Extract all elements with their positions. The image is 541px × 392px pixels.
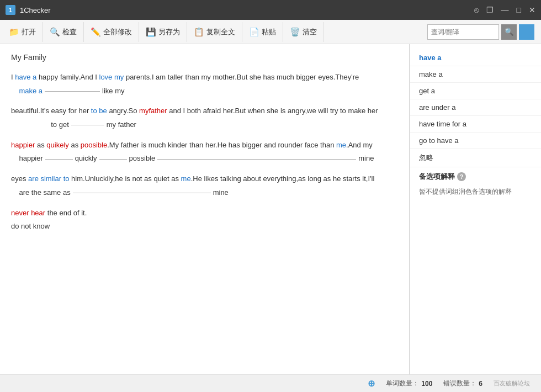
titlebar: 1 1Checker ⎋ ❐ — □ ✕ — [0, 0, 541, 20]
alt-explain-content: 暂不提供词组润色备选项的解释 — [410, 184, 541, 200]
copy-icon: 📋 — [194, 27, 204, 37]
watermark: 百友破解论坛 — [494, 379, 530, 388]
restore-icon[interactable]: ❐ — [486, 6, 494, 14]
suggestion-have-a[interactable]: have a — [410, 50, 541, 66]
search-input[interactable] — [427, 24, 499, 40]
word-love: love my — [99, 73, 124, 81]
paragraph-1: I have a happy family.And I love my pare… — [11, 71, 398, 98]
fix-all-label: 全部修改 — [103, 27, 132, 37]
clear-button[interactable]: 🗑️ 清空 — [283, 22, 324, 42]
toolbar: 📁 打开 🔍 检查 ✏️ 全部修改 💾 另存为 📋 复制全文 📄 粘贴 🗑️ 清… — [0, 20, 541, 44]
document-title: My Family — [11, 53, 398, 62]
app-icon: 1 — [6, 5, 15, 15]
close-icon[interactable]: ✕ — [529, 6, 535, 14]
fix-all-button[interactable]: ✏️ 全部修改 — [84, 22, 139, 42]
save-icon: 💾 — [146, 27, 156, 37]
share-icon[interactable]: ⎋ — [474, 6, 479, 14]
paste-icon: 📄 — [249, 27, 259, 37]
save-as-label: 另存为 — [158, 27, 180, 37]
word-poosible: poosible — [81, 141, 107, 149]
copy-all-label: 复制全文 — [206, 27, 235, 37]
word-me2: me — [181, 174, 191, 183]
window-controls: ⎋ ❐ — □ ✕ — [474, 6, 535, 14]
paste-label: 粘贴 — [262, 27, 276, 37]
trash-icon: 🗑️ — [290, 27, 300, 37]
title-left: 1 1Checker — [6, 5, 51, 15]
maximize-icon[interactable]: □ — [517, 6, 521, 14]
copy-all-button[interactable]: 📋 复制全文 — [187, 22, 242, 42]
word-count-item: 单词数量： 100 — [386, 379, 432, 388]
editor[interactable]: My Family I have a happy family.And I lo… — [0, 44, 410, 374]
error-count-label: 错误数量： — [443, 379, 476, 388]
search-icon: 🔍 — [505, 28, 514, 36]
word-to-be: to be — [91, 107, 107, 115]
paragraph-3: happier as quikely as poosible.My father… — [11, 139, 398, 166]
check-icon: 🔍 — [50, 27, 60, 37]
fix-icon: ✏️ — [91, 27, 101, 37]
statusbar: ⊕ 单词数量： 100 错误数量： 6 百友破解论坛 — [0, 374, 541, 392]
word-me1: me — [336, 141, 346, 149]
open-button[interactable]: 📁 打开 — [2, 22, 43, 42]
suggestion-go-to-have-a[interactable]: go to have a — [410, 133, 541, 149]
clear-label: 清空 — [303, 27, 317, 37]
suggestion-have-time-for-a[interactable]: have time for a — [410, 116, 541, 133]
app-icon-text: 1 — [9, 7, 12, 13]
paragraph-5: never hear the end of it. do not know — [11, 206, 398, 234]
help-icon[interactable]: ? — [457, 172, 466, 181]
main: My Family I have a happy family.And I lo… — [0, 44, 541, 374]
add-icon[interactable]: ⊕ — [368, 378, 375, 389]
alt-explain-title: 备选项解释 ? — [410, 167, 541, 184]
save-as-button[interactable]: 💾 另存为 — [139, 22, 187, 42]
check-label: 检查 — [62, 27, 77, 37]
open-label: 打开 — [22, 27, 36, 37]
minimize-icon[interactable]: — — [501, 6, 509, 14]
word-count-value: 100 — [421, 380, 432, 388]
paragraph-2: beautiful.It's easy for her to be angry.… — [11, 104, 398, 131]
suggestion-are-under-a[interactable]: are under a — [410, 99, 541, 116]
folder-icon: 📁 — [9, 27, 19, 37]
word-happier: happier — [11, 141, 35, 149]
paste-button[interactable]: 📄 粘贴 — [242, 22, 283, 42]
ignore-button[interactable]: 忽略 — [410, 149, 541, 167]
paragraph-4: eyes are similar to him.Unluckily,he is … — [11, 172, 398, 199]
word-never-hear: never hear — [11, 209, 45, 217]
word-count-label: 单词数量： — [386, 379, 419, 388]
word-make-a: make a — [19, 87, 43, 95]
toggle-button[interactable] — [519, 24, 534, 40]
check-button[interactable]: 🔍 检查 — [43, 22, 84, 42]
right-panel: have a make a get a are under a have tim… — [410, 44, 541, 374]
word-quikely: quikely — [46, 141, 68, 149]
error-count-value: 6 — [479, 380, 482, 388]
search-button[interactable]: 🔍 — [501, 24, 517, 40]
suggestion-make-a[interactable]: make a — [410, 66, 541, 83]
word-myfather: myfather — [139, 107, 167, 115]
word-are-similar: are similar to — [28, 174, 69, 183]
search-area: 🔍 — [423, 24, 539, 40]
suggestion-get-a[interactable]: get a — [410, 83, 541, 99]
error-count-item: 错误数量： 6 — [443, 379, 482, 388]
app-title: 1Checker — [20, 6, 51, 14]
word-have: have a — [15, 73, 36, 81]
